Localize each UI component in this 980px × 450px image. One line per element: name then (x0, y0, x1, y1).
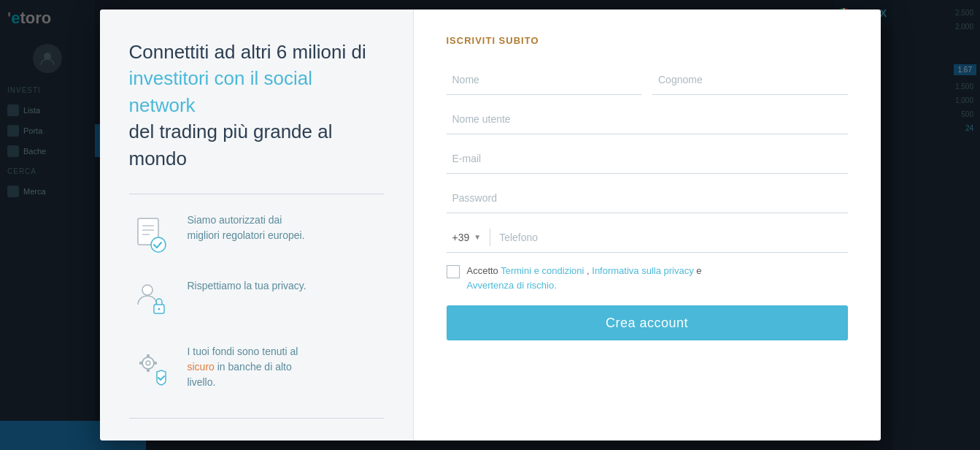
phone-prefix-selector[interactable]: +39 ▼ (447, 232, 487, 243)
terms-row: Accetto Termini e condizioni , Informati… (447, 264, 848, 292)
crea-account-button[interactable]: Crea account (447, 305, 848, 340)
modal-left-panel: Connettiti ad altri 6 milioni di investi… (100, 9, 414, 441)
feature-regulations: Siamo autorizzati dai migliori regolator… (129, 213, 384, 256)
privacy-icon (129, 278, 173, 322)
form-title: ISCRIVITI SUBITO (447, 35, 848, 46)
regulations-text: Siamo autorizzati dai migliori regolator… (188, 213, 305, 243)
chevron-down-icon: ▼ (474, 233, 481, 241)
phone-separator (490, 229, 490, 246)
funds-icon (129, 344, 173, 388)
svg-point-6 (142, 285, 153, 295)
funds-text: I tuoi fondi sono tenuti al sicuro in ba… (188, 344, 298, 390)
svg-point-10 (146, 361, 150, 365)
phone-row: +39 ▼ (447, 222, 848, 253)
terms-text: Accetto Termini e condizioni , Informati… (467, 264, 702, 292)
username-row (447, 104, 848, 134)
terms-link1[interactable]: Termini e condizioni (501, 265, 584, 276)
modal-right-panel: ISCRIVITI SUBITO +39 ▼ (414, 9, 881, 441)
terms-link3[interactable]: Avvertenza di rischio. (467, 280, 557, 291)
terms-link2[interactable]: Informativa sulla privacy (592, 265, 693, 276)
terms-suffix1: e (696, 265, 701, 276)
phone-prefix-value: +39 (452, 232, 470, 243)
svg-rect-13 (139, 362, 143, 365)
divider-bottom (129, 418, 384, 419)
svg-rect-12 (147, 368, 150, 372)
password-row (447, 183, 848, 213)
feature-funds: I tuoi fondi sono tenuti al sicuro in ba… (129, 344, 384, 390)
email-input[interactable] (447, 143, 848, 174)
modal-backdrop: Connettiti ad altri 6 milioni di investi… (0, 0, 980, 450)
name-row (447, 64, 848, 95)
terms-checkbox[interactable] (447, 265, 460, 278)
privacy-text: Rispettiamo la tua privacy. (188, 278, 306, 294)
svg-rect-14 (153, 362, 157, 365)
password-input[interactable] (447, 183, 848, 213)
email-row (447, 143, 848, 174)
feature-privacy: Rispettiamo la tua privacy. (129, 278, 384, 322)
svg-point-8 (158, 308, 160, 310)
telefono-input[interactable] (493, 232, 847, 243)
cognome-input[interactable] (652, 64, 848, 95)
svg-rect-11 (147, 354, 150, 358)
nome-input[interactable] (447, 64, 642, 95)
modal-headline: Connettiti ad altri 6 milioni di investi… (129, 39, 384, 172)
username-input[interactable] (447, 104, 848, 134)
regulations-icon (129, 213, 173, 256)
terms-prefix: Accetto (467, 265, 501, 276)
divider-top (129, 194, 384, 194)
feature-list: Siamo autorizzati dai migliori regolator… (129, 213, 384, 390)
registration-modal: Connettiti ad altri 6 milioni di investi… (100, 9, 881, 441)
